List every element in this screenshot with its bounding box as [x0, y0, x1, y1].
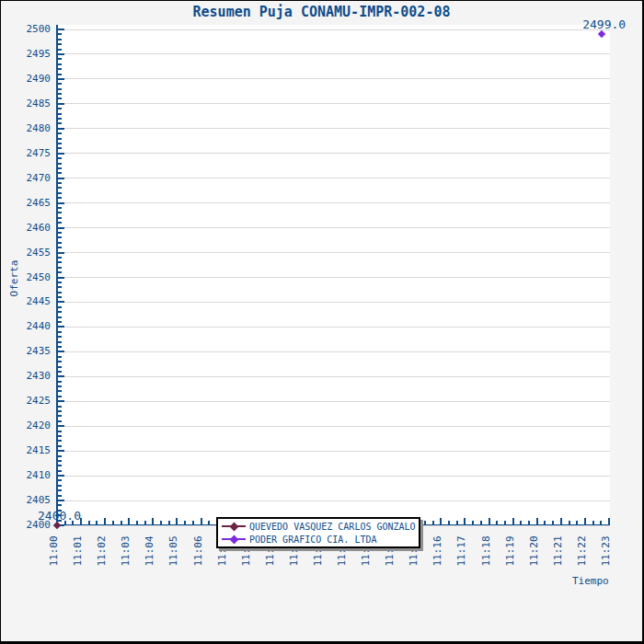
x-axis-minor-tick	[192, 521, 194, 524]
y-axis-tick-label: 2455	[1, 247, 51, 259]
x-axis-major-tick	[536, 518, 538, 524]
y-axis-minor-tick	[58, 371, 62, 373]
y-axis-minor-tick	[58, 495, 62, 497]
y-axis-minor-tick	[58, 138, 62, 140]
y-axis-tick-label: 2470	[1, 173, 51, 184]
y-axis-minor-tick	[58, 296, 62, 298]
gridline	[58, 78, 610, 79]
y-axis-major-tick	[58, 301, 64, 303]
data-point-label: 2499.0	[582, 18, 626, 30]
y-axis-minor-tick	[58, 465, 62, 466]
x-axis-minor-tick	[88, 521, 90, 524]
y-axis-minor-tick	[58, 504, 62, 506]
y-axis-minor-tick	[58, 39, 62, 40]
y-axis-tick-label: 2490	[1, 74, 51, 85]
y-axis-minor-tick	[58, 410, 62, 412]
x-axis-minor-tick	[576, 521, 578, 524]
y-axis-minor-tick	[58, 49, 62, 51]
x-axis-minor-tick	[432, 521, 434, 524]
gridline	[58, 426, 610, 427]
data-point-label: 2400.0	[38, 510, 81, 522]
x-axis-tick-label: 11:02	[97, 533, 108, 569]
x-axis-minor-tick	[600, 521, 602, 524]
x-axis-tick-label: 11:05	[168, 533, 179, 569]
y-axis-tick-label: 2445	[1, 296, 51, 307]
y-axis-minor-tick	[58, 113, 62, 115]
y-axis-minor-tick	[58, 33, 62, 35]
y-axis-major-tick	[58, 450, 64, 452]
y-axis-minor-tick	[58, 207, 62, 209]
y-axis-minor-tick	[58, 460, 62, 462]
gridline	[58, 252, 610, 253]
gridline	[58, 103, 610, 104]
gridline	[58, 277, 610, 278]
y-axis-minor-tick	[58, 257, 62, 259]
y-axis-major-tick	[58, 153, 64, 155]
x-axis-tick-label: 11:19	[505, 533, 516, 569]
y-axis-tick-label: 2440	[1, 321, 51, 332]
y-axis-major-tick	[58, 500, 64, 501]
y-axis-tick-label: 2480	[1, 123, 51, 134]
y-axis-major-tick	[58, 475, 64, 477]
y-axis-minor-tick	[58, 88, 62, 90]
x-axis-title: Tiempo	[572, 575, 609, 587]
y-axis-minor-tick	[58, 440, 62, 442]
y-axis-minor-tick	[58, 236, 62, 238]
y-axis-minor-tick	[58, 247, 62, 248]
y-axis-minor-tick	[58, 445, 62, 447]
gridline	[58, 376, 610, 377]
x-axis-minor-tick	[448, 521, 450, 524]
y-axis-minor-tick	[58, 385, 62, 387]
y-axis-minor-tick	[58, 83, 62, 85]
y-axis-minor-tick	[58, 212, 62, 213]
y-axis-minor-tick	[58, 68, 62, 70]
y-axis-minor-tick	[58, 271, 62, 273]
x-axis-major-tick	[152, 518, 154, 524]
y-axis-minor-tick	[58, 311, 62, 313]
y-axis-minor-tick	[58, 396, 62, 397]
y-axis-major-tick	[58, 425, 64, 427]
x-axis-minor-tick	[552, 521, 554, 524]
y-axis-minor-tick	[58, 415, 62, 417]
y-axis-major-tick	[58, 252, 64, 254]
y-axis-major-tick	[58, 103, 64, 105]
y-axis-tick-label: 2405	[1, 495, 51, 506]
y-axis-minor-tick	[58, 222, 62, 224]
legend-item: QUEVEDO VASQUEZ CARLOS GONZALO	[222, 520, 415, 533]
y-axis-minor-tick	[58, 316, 62, 318]
y-axis-major-tick	[58, 128, 64, 130]
y-axis-minor-tick	[58, 63, 62, 65]
legend-item-label: QUEVEDO VASQUEZ CARLOS GONZALO	[249, 522, 416, 532]
chart-title: Resumen Puja CONAMU-IMPR-002-08	[1, 4, 642, 20]
legend-diamond-marker-icon	[222, 535, 246, 544]
x-axis-tick-label: 11:03	[121, 533, 132, 569]
gridline	[58, 227, 610, 228]
x-axis-minor-tick	[472, 521, 474, 524]
y-axis-minor-tick	[58, 217, 62, 219]
y-axis-tick-label: 2475	[1, 148, 51, 159]
legend-diamond-marker-icon	[222, 523, 246, 531]
x-axis-minor-tick	[96, 521, 98, 524]
y-axis-minor-tick	[58, 267, 62, 269]
x-axis-minor-tick	[480, 521, 482, 524]
y-axis-tick-label: 2430	[1, 371, 51, 382]
y-axis-minor-tick	[58, 292, 62, 293]
y-axis-major-tick	[58, 178, 64, 179]
y-axis-tick-label: 2415	[1, 445, 51, 456]
x-axis-major-tick	[201, 518, 202, 524]
gridline	[58, 351, 610, 352]
x-axis-tick-label: 11:06	[193, 533, 204, 569]
x-axis-tick-label: 11:23	[601, 533, 612, 569]
x-axis-major-tick	[608, 518, 610, 524]
y-axis-minor-tick	[58, 167, 62, 169]
y-axis-major-tick	[58, 29, 64, 30]
y-axis-minor-tick	[58, 132, 62, 134]
x-axis-tick-label: 11:18	[481, 533, 492, 569]
y-axis-minor-tick	[58, 187, 62, 189]
gridline	[58, 53, 610, 54]
gridline	[58, 476, 610, 477]
y-axis-minor-tick	[58, 406, 62, 408]
y-axis-minor-tick	[58, 163, 62, 165]
y-axis-minor-tick	[58, 435, 62, 437]
chart-canvas: Resumen Puja CONAMU-IMPR-002-08 Oferta T…	[0, 0, 644, 644]
